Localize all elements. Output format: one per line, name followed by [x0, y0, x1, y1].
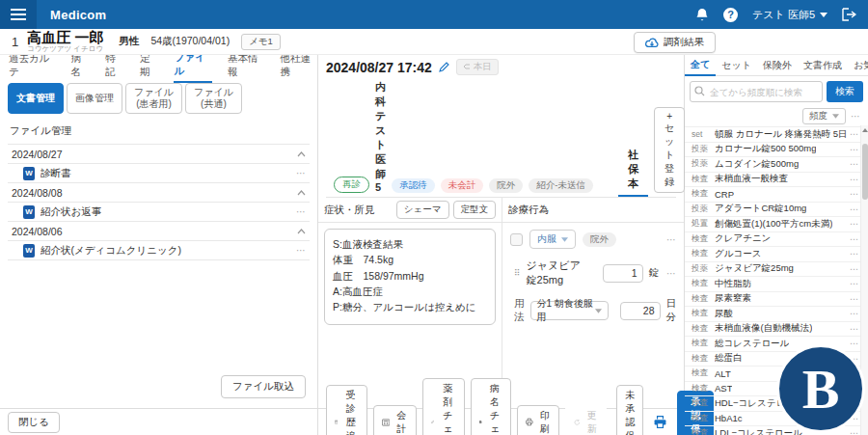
user-menu[interactable]: テスト 医師5 [752, 8, 827, 22]
quick-print-button[interactable] [649, 412, 671, 432]
notifications-bell-icon[interactable] [695, 8, 709, 22]
file-group-header[interactable]: 2024/08/06 [8, 222, 310, 241]
row-menu-icon[interactable]: ⋯ [850, 294, 858, 304]
order-item[interactable]: 検査末梢血液像(自動機械法)⋯ [685, 322, 868, 338]
order-item[interactable]: 処置創傷処置(1)(100平方cm未満)⋯ [685, 217, 868, 232]
disease-check-button[interactable]: 病名チェック [471, 378, 511, 435]
row-menu-icon[interactable]: ⋯ [850, 264, 858, 274]
row-menu-icon[interactable]: ⋯ [850, 279, 858, 288]
order-item[interactable]: 検査尿酸⋯ [685, 307, 868, 322]
sort-order-select[interactable]: 頻度 [802, 108, 846, 124]
row-menu-icon[interactable]: ⋯ [850, 189, 858, 199]
memo-badge[interactable]: メモ1 [241, 34, 281, 50]
drug-check-button[interactable]: 薬剤チェック [422, 378, 465, 435]
file-item[interactable]: W 紹介状お返事 ⋯ [8, 203, 310, 222]
row-menu-icon[interactable]: ⋯ [850, 309, 858, 318]
search-button[interactable]: 検索 [827, 81, 863, 102]
soap-note[interactable]: S:血液検査結果 体重 74.5kg 血圧 158/97mmHg A:高血圧症 … [324, 229, 496, 325]
word-doc-icon: W [23, 205, 35, 219]
row-menu-icon[interactable]: ⋯ [850, 234, 858, 244]
schema-button[interactable]: シェーマ [396, 201, 449, 219]
search-icon [694, 86, 705, 96]
order-item[interactable]: 投薬アダラートCR錠10mg⋯ [685, 203, 868, 218]
row-menu-icon[interactable]: ⋯ [850, 219, 858, 229]
refresh-icon [574, 418, 581, 427]
logout-icon[interactable] [842, 8, 856, 21]
row-menu-icon[interactable]: ⋯ [850, 249, 858, 258]
file-import-button[interactable]: ファイル取込 [221, 375, 306, 398]
right-tab-bar: 全て セット 保険外 文書作成 お気に入り [685, 55, 868, 76]
subtab-file-common[interactable]: ファイル (共通) [185, 83, 242, 114]
dispense-result-button[interactable]: 調剤結果 [634, 32, 716, 53]
edit-pencil-icon[interactable] [439, 62, 449, 72]
order-item[interactable]: 投薬ジャヌビア錠25mg⋯ [685, 262, 868, 278]
rx-checkbox[interactable] [510, 233, 523, 246]
row-menu-icon[interactable]: ⋯ [850, 175, 858, 184]
add-visit-history-button[interactable]: 受診歴追加 [326, 385, 367, 435]
order-item[interactable]: 検査末梢血液一般検査⋯ [685, 173, 868, 188]
set-register-button[interactable]: + セット登録 [654, 107, 685, 193]
row-menu-icon[interactable]: ⋯ [850, 129, 858, 139]
subtab-document-mgmt[interactable]: 文書管理 [8, 83, 64, 114]
print-button[interactable]: 印刷 [517, 405, 559, 435]
sort-menu-icon[interactable]: ⋯ [851, 111, 860, 122]
row-menu-icon[interactable]: ⋯ [666, 234, 676, 245]
hamburger-menu-button[interactable] [0, 0, 37, 29]
save-unapproved-button[interactable]: 未承認保存 [616, 385, 643, 435]
goto-today-button: 本日 [456, 59, 499, 75]
patient-number: 1 [12, 35, 18, 49]
insurance-tab[interactable]: 社保本 [618, 148, 648, 197]
scrollbar-thumb[interactable] [862, 144, 868, 200]
cloud-download-icon [645, 38, 659, 48]
order-item[interactable]: 検査クレアチニン⋯ [685, 232, 868, 248]
drag-handle-icon[interactable]: ⠿ [514, 268, 521, 278]
row-menu-icon[interactable]: ⋯ [296, 206, 306, 217]
assistant-fab[interactable]: B [776, 344, 865, 433]
order-item[interactable]: 投薬カロナール錠500 500mg⋯ [685, 143, 868, 158]
row-menu-icon[interactable]: ⋯ [666, 268, 676, 279]
chevron-down-icon [595, 309, 602, 313]
order-search-input[interactable] [690, 81, 823, 102]
order-item[interactable]: 検査中性脂肪⋯ [685, 277, 868, 292]
row-menu-icon[interactable]: ⋯ [850, 204, 858, 214]
file-item[interactable]: W 紹介状(メディコムクリニック) ⋯ [8, 241, 310, 260]
row-menu-icon[interactable]: ⋯ [850, 145, 858, 154]
word-doc-icon: W [23, 244, 35, 258]
days-input[interactable] [620, 302, 661, 320]
row-menu-icon[interactable]: ⋯ [850, 428, 858, 435]
order-item[interactable]: set頓服 カロナール 疼痛発熱時 5日⋯ [685, 127, 868, 143]
usage-select[interactable]: 分1 朝食後服用 [530, 301, 609, 320]
tab-doc-create[interactable]: 文書作成 [798, 55, 848, 75]
printer-icon [654, 416, 666, 428]
row-menu-icon[interactable]: ⋯ [850, 339, 858, 348]
order-item[interactable]: 検査グルコース⋯ [685, 247, 868, 262]
tab-set[interactable]: セット [716, 55, 757, 75]
file-list: 2024/08/27 W 診断書 ⋯ 2024/08/08 W 紹介状お返事 ⋯ [8, 144, 310, 260]
row-menu-icon[interactable]: ⋯ [850, 324, 858, 334]
close-button[interactable]: 閉じる [8, 412, 60, 433]
dose-input[interactable] [603, 264, 643, 283]
order-item[interactable]: 投薬ムコダイン錠500mg⋯ [685, 157, 868, 173]
row-menu-icon[interactable]: ⋯ [296, 245, 306, 256]
hamburger-icon [11, 9, 26, 20]
tab-uninsured[interactable]: 保険外 [757, 55, 798, 75]
file-group-header[interactable]: 2024/08/08 [8, 183, 310, 203]
order-item[interactable]: 検査CRP⋯ [685, 187, 868, 203]
app-title: Medicom [50, 8, 106, 22]
file-item[interactable]: W 診断書 ⋯ [8, 164, 310, 183]
drug-name[interactable]: ジャヌビア錠25mg [527, 258, 591, 287]
patient-age: 54歳(1970/04/01) [150, 35, 230, 48]
accounting-button[interactable]: 会計 [373, 405, 417, 435]
tab-favorites[interactable]: お気に入り [848, 55, 868, 75]
row-menu-icon[interactable]: ⋯ [850, 159, 858, 169]
template-text-button[interactable]: 定型文 [453, 201, 497, 219]
subtab-image-mgmt[interactable]: 画像管理 [67, 83, 122, 114]
order-item[interactable]: 検査尿素窒素⋯ [685, 292, 868, 308]
scroll-up-arrow[interactable] [862, 128, 868, 132]
subtab-file-patient[interactable]: ファイル (患者用) [125, 83, 182, 114]
tab-all[interactable]: 全て [685, 54, 716, 76]
row-menu-icon[interactable]: ⋯ [296, 168, 306, 178]
rx-type-select[interactable]: 内服 [529, 230, 576, 249]
help-icon[interactable]: ? [723, 8, 738, 22]
file-group-header[interactable]: 2024/08/27 [8, 145, 310, 164]
